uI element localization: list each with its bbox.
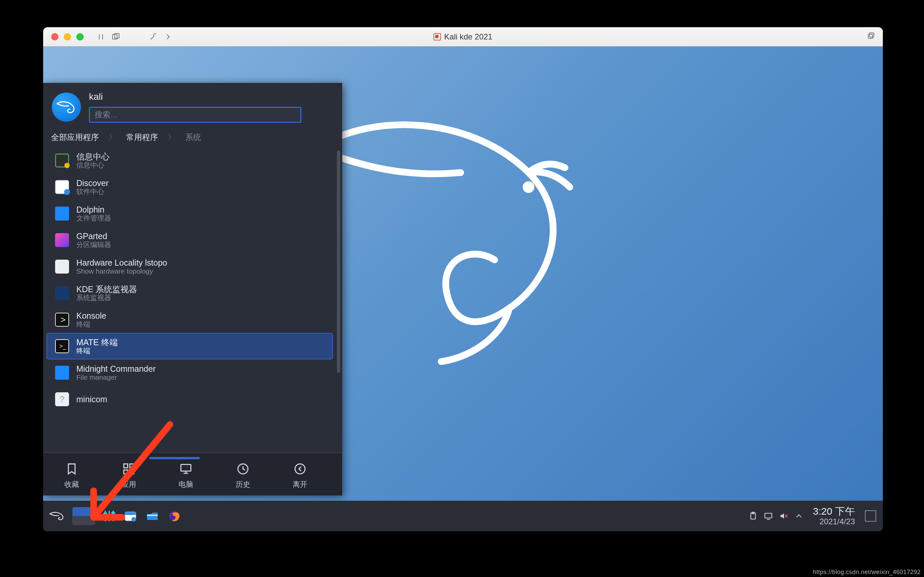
app-title: GParted xyxy=(76,232,111,241)
app-title: minicom xyxy=(76,395,107,404)
app-title: KDE 系统监视器 xyxy=(76,285,137,294)
app-icon xyxy=(55,180,69,194)
tab-label: 收藏 xyxy=(65,480,79,490)
minimize-button[interactable] xyxy=(64,33,71,40)
app-item[interactable]: Konsole终端 xyxy=(47,306,333,333)
volume-muted-icon[interactable] xyxy=(779,511,788,521)
clipboard-icon[interactable] xyxy=(748,511,758,521)
tab-label: 应用 xyxy=(121,480,136,490)
app-icon xyxy=(55,313,69,327)
app-icon xyxy=(55,339,69,353)
user-avatar[interactable] xyxy=(52,92,81,122)
app-title: MATE 终端 xyxy=(76,338,118,347)
pinned-firefox[interactable] xyxy=(166,508,183,524)
app-title: Konsole xyxy=(76,311,106,321)
tab-label: 历史 xyxy=(236,480,250,490)
app-launcher-button[interactable] xyxy=(47,508,67,524)
svg-rect-16 xyxy=(125,512,136,515)
app-icon xyxy=(55,206,69,221)
app-subtitle: 终端 xyxy=(76,347,118,355)
virtual-desktops[interactable] xyxy=(72,507,95,525)
app-icon xyxy=(55,286,69,300)
application-launcher: kali 全部应用程序 〉 常用程序 〉 系统 信息中心信息中心Discover… xyxy=(43,83,342,495)
chevron-right-icon: 〉 xyxy=(168,132,175,142)
multi-window-icon[interactable] xyxy=(867,32,875,40)
app-item[interactable]: 信息中心信息中心 xyxy=(47,147,333,174)
app-item[interactable]: MATE 终端终端 xyxy=(47,333,333,359)
app-icon xyxy=(55,153,69,168)
app-title: Discover xyxy=(76,179,108,188)
settings-icon[interactable] xyxy=(149,33,157,41)
show-desktop-button[interactable] xyxy=(865,510,876,522)
svg-rect-6 xyxy=(130,464,134,468)
mac-titlebar: Kali kde 2021 xyxy=(43,27,883,47)
search-input[interactable] xyxy=(89,107,301,123)
window-controls xyxy=(51,33,84,40)
clock-time: 3:20 下午 xyxy=(813,506,855,517)
svg-point-4 xyxy=(527,185,531,190)
pinned-dolphin[interactable] xyxy=(144,508,161,524)
tab-label: 离开 xyxy=(293,480,307,490)
app-icon xyxy=(55,392,69,406)
app-item[interactable]: minicom xyxy=(47,386,333,413)
svg-rect-3 xyxy=(869,33,874,37)
svg-rect-22 xyxy=(765,513,772,518)
app-item[interactable]: Dolphin文件管理器 xyxy=(47,200,333,227)
app-icon xyxy=(55,366,69,380)
tab-favorites[interactable]: 收藏 xyxy=(43,456,100,495)
svg-point-11 xyxy=(295,464,305,474)
close-button[interactable] xyxy=(51,33,58,40)
scrollbar[interactable] xyxy=(337,151,340,373)
app-icon xyxy=(55,259,69,274)
crumb-system[interactable]: 系统 xyxy=(185,132,201,143)
vm-icon xyxy=(433,33,441,40)
svg-rect-18 xyxy=(147,515,158,516)
display-icon[interactable] xyxy=(764,511,773,521)
chevron-right-icon[interactable] xyxy=(164,33,172,41)
zoom-button[interactable] xyxy=(76,33,84,40)
tab-indicator xyxy=(149,457,200,459)
clock-date: 2021/4/23 xyxy=(813,517,855,526)
username-label: kali xyxy=(89,92,334,102)
source-watermark: https://blog.csdn.net/weixin_46017292 xyxy=(813,569,921,576)
tab-applications[interactable]: 应用 xyxy=(100,456,157,495)
application-list: 信息中心信息中心Discover软件中心Dolphin文件管理器GParted分… xyxy=(43,147,342,452)
kali-desktop[interactable]: kali 全部应用程序 〉 常用程序 〉 系统 信息中心信息中心Discover… xyxy=(43,47,883,531)
app-item[interactable]: Midnight CommanderFile manager xyxy=(47,359,333,386)
app-subtitle: 终端 xyxy=(76,320,106,328)
crumb-all[interactable]: 全部应用程序 xyxy=(51,132,99,143)
app-item[interactable]: Discover软件中心 xyxy=(47,174,333,200)
app-item[interactable]: GParted分区编辑器 xyxy=(47,227,333,253)
svg-rect-7 xyxy=(124,470,128,474)
vm-host-window: Kali kde 2021 xyxy=(43,27,883,531)
crumb-common[interactable]: 常用程序 xyxy=(126,132,158,143)
app-subtitle: File manager xyxy=(76,373,156,381)
tab-leave[interactable]: 离开 xyxy=(271,456,329,495)
app-subtitle: 软件中心 xyxy=(76,188,108,196)
tab-label: 电脑 xyxy=(179,480,193,490)
app-item[interactable]: Hardware Locality lstopoShow hardware to… xyxy=(47,253,333,280)
svg-rect-5 xyxy=(124,464,128,468)
app-item[interactable]: KDE 系统监视器系统监视器 xyxy=(47,280,333,306)
pause-icon[interactable] xyxy=(97,33,105,41)
svg-rect-9 xyxy=(181,464,191,471)
app-icon xyxy=(55,233,69,247)
tray-expand-icon[interactable] xyxy=(794,511,803,521)
app-subtitle: 分区编辑器 xyxy=(76,241,111,249)
svg-point-17 xyxy=(131,517,136,522)
app-title: 信息中心 xyxy=(76,152,110,161)
pinned-files[interactable] xyxy=(122,508,139,524)
app-subtitle: 系统监视器 xyxy=(76,294,137,302)
app-title: Hardware Locality lstopo xyxy=(76,258,167,268)
panel-clock[interactable]: 3:20 下午 2021/4/23 xyxy=(813,506,855,526)
svg-rect-8 xyxy=(130,470,134,474)
snapshot-icon[interactable] xyxy=(111,33,120,41)
tab-history[interactable]: 历史 xyxy=(215,456,271,495)
chevron-right-icon: 〉 xyxy=(109,132,116,142)
app-subtitle: 文件管理器 xyxy=(76,214,111,222)
svg-point-13 xyxy=(108,517,110,519)
svg-point-14 xyxy=(112,512,115,515)
host-window-title: Kali kde 2021 xyxy=(444,32,492,42)
pinned-settings[interactable] xyxy=(100,508,117,524)
tab-computer[interactable]: 电脑 xyxy=(157,456,215,495)
